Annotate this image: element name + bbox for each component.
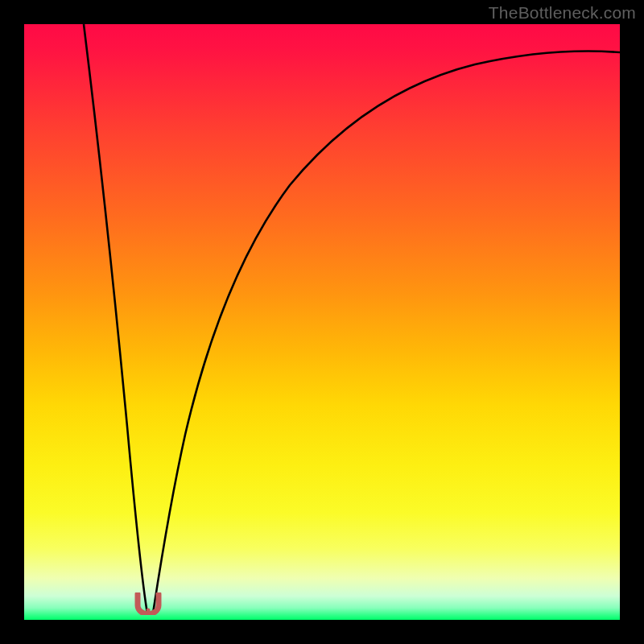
curve-right-branch bbox=[153, 52, 620, 613]
curve-left-branch bbox=[84, 24, 147, 613]
outer-frame: TheBottleneck.com bbox=[0, 0, 644, 644]
minimum-marker-icon bbox=[134, 592, 162, 615]
bottleneck-curve bbox=[24, 24, 620, 620]
plot-area bbox=[24, 24, 620, 620]
marker-dot bbox=[147, 609, 151, 613]
watermark-text: TheBottleneck.com bbox=[489, 3, 636, 23]
